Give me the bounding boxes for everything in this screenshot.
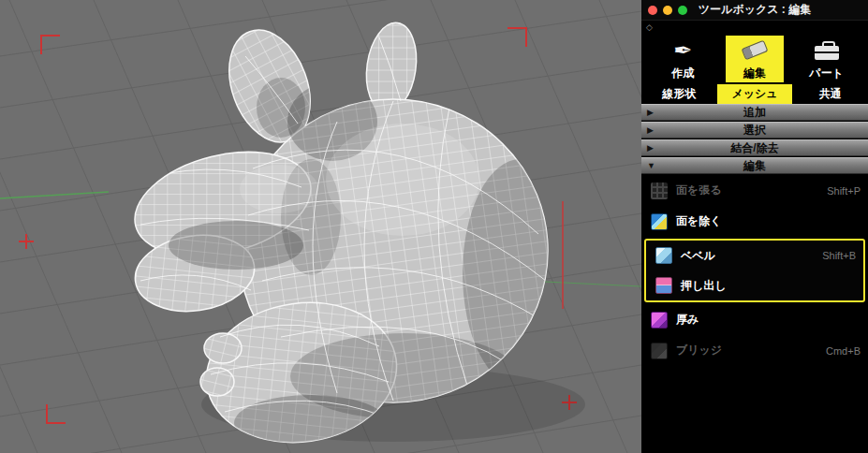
menu-item-remove-face[interactable]: 面を除く: [641, 206, 868, 237]
section-label: 結合/除去: [730, 140, 778, 156]
chevron-right-icon: ▶: [647, 108, 654, 117]
highlight-box: ベベル Shift+B 押し出し: [644, 239, 865, 302]
titlebar[interactable]: ツールボックス : 編集: [641, 0, 868, 21]
extrude-icon: [655, 277, 672, 294]
remove-face-icon: [651, 213, 668, 230]
menu-item-label: ベベル: [681, 248, 822, 264]
tab-line-shape[interactable]: 線形状: [641, 84, 717, 104]
viewport-3d[interactable]: [0, 0, 641, 453]
section-label: 編集: [743, 158, 766, 174]
section-select[interactable]: ▶ 選択: [641, 122, 868, 139]
pen-icon: ✒: [673, 37, 692, 64]
menu-item-thickness[interactable]: 厚み: [641, 304, 868, 335]
menu-item-bevel[interactable]: ベベル Shift+B: [646, 241, 863, 270]
viewport-canvas: [0, 0, 641, 453]
section-add[interactable]: ▶ 追加: [641, 104, 868, 121]
menu-item-label: 面を張る: [676, 183, 827, 198]
menu-item-add-face[interactable]: 面を張る Shift+P: [641, 175, 868, 206]
tab-mesh[interactable]: メッシュ: [717, 84, 793, 104]
tool-label: パート: [809, 66, 844, 81]
menu-item-shortcut: Shift+B: [822, 250, 856, 261]
minimize-button[interactable]: [663, 6, 672, 15]
menu-item-extrude[interactable]: 押し出し: [646, 270, 863, 300]
tool-part[interactable]: パート: [798, 36, 856, 82]
close-button[interactable]: [648, 6, 657, 15]
zoom-button[interactable]: [678, 6, 687, 15]
bridge-icon: [651, 343, 668, 359]
tool-label: 編集: [743, 66, 766, 81]
chevron-right-icon: ▶: [647, 125, 654, 135]
section-label: 追加: [743, 105, 766, 121]
diamond-icon[interactable]: ◇: [646, 23, 653, 32]
bevel-icon: [655, 247, 672, 264]
section-label: 選択: [743, 123, 766, 139]
application-window: ツールボックス : 編集 ◇ ✒ 作成 編集 パート 線形状 メッシュ 共通: [0, 0, 868, 453]
eraser-icon: [743, 37, 767, 64]
menu-item-bridge[interactable]: ブリッジ Cmd+B: [641, 335, 868, 366]
menu-item-label: 厚み: [676, 312, 861, 328]
toolbox-panel: ツールボックス : 編集 ◇ ✒ 作成 編集 パート 線形状 メッシュ 共通: [641, 0, 868, 453]
menu-item-shortcut: Cmd+B: [826, 345, 861, 357]
briefcase-icon: [815, 37, 839, 64]
add-face-icon: [651, 183, 668, 199]
section-join-remove[interactable]: ▶ 結合/除去: [641, 139, 868, 156]
tool-edit[interactable]: 編集: [726, 36, 784, 82]
section-list: ▶ 追加 ▶ 選択 ▶ 結合/除去 ▼ 編集: [641, 104, 868, 174]
menu-item-label: 面を除く: [676, 213, 861, 229]
panel-substrip: ◇: [641, 21, 868, 34]
tool-label: 作成: [671, 66, 694, 81]
thickness-icon: [651, 312, 668, 329]
tool-mode-bar: ✒ 作成 編集 パート: [641, 34, 868, 84]
menu-item-label: ブリッジ: [676, 343, 826, 358]
tab-common[interactable]: 共通: [792, 84, 868, 104]
section-edit[interactable]: ▼ 編集: [641, 157, 868, 174]
tool-create[interactable]: ✒ 作成: [654, 36, 712, 82]
menu-item-shortcut: Shift+P: [827, 185, 861, 197]
menu-item-label: 押し出し: [681, 278, 856, 294]
chevron-right-icon: ▶: [647, 143, 654, 153]
edit-menu: 面を張る Shift+P 面を除く ベベル Shift+B 押し出し: [641, 175, 868, 366]
window-controls: [641, 0, 687, 21]
chevron-down-icon: ▼: [647, 161, 655, 170]
category-tabs: 線形状 メッシュ 共通: [641, 84, 868, 104]
